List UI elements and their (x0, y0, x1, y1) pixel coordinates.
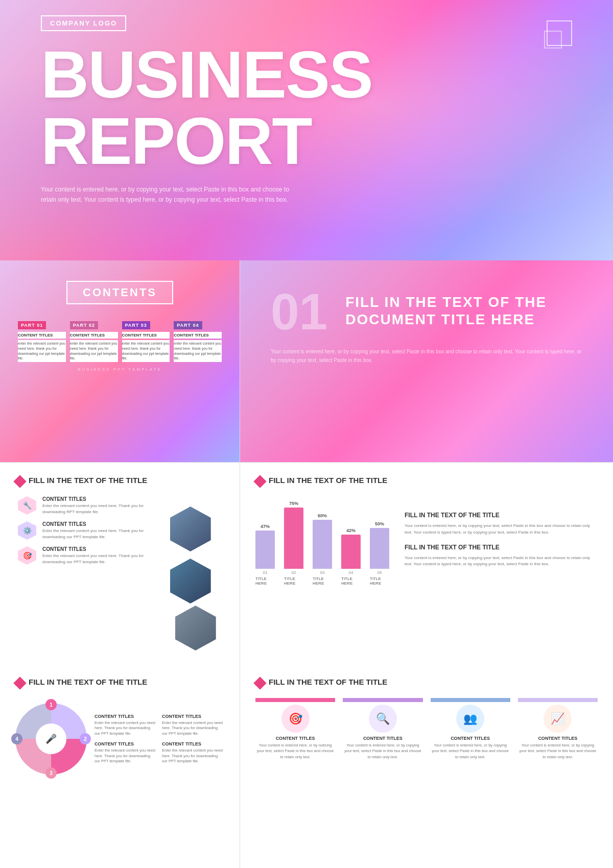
part-desc-3: enter the relevant content you need here… (122, 340, 170, 362)
icon-title-1: CONTENT TITLES (42, 496, 162, 502)
icon-title-3: CONTENT TITLES (42, 546, 162, 552)
right-desc-2: Your content is entered here, or by copy… (405, 555, 598, 568)
company-logo: COMPANY LOGO (41, 15, 126, 31)
hex-icon-1: 🔧 (18, 496, 36, 515)
part-title-4: CONTENT TITLES (174, 332, 222, 339)
icon-item-1: 🔧 CONTENT TITLES Enter the relevant cont… (18, 496, 162, 515)
right-title-2: FILL IN THE TEXT OF THE TITLE (405, 544, 598, 551)
contents-label: CONTENTS (66, 281, 173, 304)
bar-4: 42% 04 TITLE HERE (341, 528, 361, 586)
slide4-info: FILL IN THE TEXT OF THE TITLE 🔧 CONTENT … (0, 463, 240, 664)
bar-visual-1 (255, 531, 275, 569)
icon-item-2: ⚙️ CONTENT TITLES Enter the relevant con… (18, 521, 162, 540)
bar-2: 75% 02 TITLE HERE (284, 501, 303, 586)
hex-city-image (170, 507, 211, 551)
bar-3: 60% 03 TITLE HERE (313, 513, 332, 586)
part-item-1: PART 01 CONTENT TITLES enter the relevan… (18, 320, 66, 362)
slide7-section-title: FILL IN THE TEXT OF THE TITLE (269, 677, 387, 687)
icon-desc-3: Enter the relevant content you need here… (42, 553, 162, 565)
icon-circle-1: 🎯 (281, 705, 310, 733)
icon-card-4: 📈 CONTENT TITLES Your content is entered… (518, 698, 598, 760)
bar-5: 50% 05 TITLE HERE (370, 521, 389, 586)
icon-card-title-2: CONTENT TITLES (363, 736, 403, 741)
icon-card-title-4: CONTENT TITLES (538, 736, 577, 741)
part-title-3: CONTENT TITLES (122, 332, 170, 339)
num-badge-4: 4 (11, 733, 22, 744)
num-badge-2: 2 (80, 733, 91, 744)
icon-title-2: CONTENT TITLES (42, 521, 162, 527)
icon-card-desc-1: Your content is entered here, or by noti… (255, 742, 335, 760)
slide5-chart: FILL IN THE TEXT OF THE TITLE 47% 01 TIT… (240, 463, 613, 664)
slide5-right: FILL IN THE TEXT OF THE TITLE Your conte… (405, 496, 598, 588)
part-item-3: PART 03 CONTENT TITLES enter the relevan… (122, 320, 170, 362)
pink-diamond-icon-7 (253, 677, 266, 689)
slide6-circle: FILL IN THE TEXT OF THE TITLE 1 2 3 4 🎤 … (0, 664, 240, 868)
part-item-4: PART 04 CONTENT TITLES enter the relevan… (174, 320, 222, 362)
hex-icon-3: 🎯 (18, 546, 36, 565)
slide2-footer: BUSINESS PPT TEMPLATE (15, 367, 224, 376)
part-desc-2: enter the relevant content you need here… (70, 340, 118, 362)
s6-item-1: CONTENT TITLES Enter the relevant conten… (95, 714, 157, 737)
s6-item-2: CONTENT TITLES Enter the relevant conten… (162, 714, 224, 737)
icon-circle-4: 📈 (544, 705, 572, 733)
part-desc-1: enter the relevant content you need here… (18, 340, 66, 362)
icon-circle-2: 🔍 (369, 705, 397, 733)
bar-visual-4 (341, 535, 361, 569)
right-desc-1: Your content is entered here, or by copy… (405, 523, 598, 536)
bar-1: 47% 01 TITLE HERE (255, 524, 275, 586)
icon-row: 🔧 CONTENT TITLES Enter the relevant cont… (18, 496, 162, 650)
s6-item-3: CONTENT TITLES Enter the relevant conten… (95, 741, 157, 764)
icon-desc-2: Enter the relevant content you need here… (42, 528, 162, 540)
circle-inner: 🎤 (36, 724, 66, 754)
hex-bridge-image (170, 559, 211, 604)
slide3-desc: Your content is entered here, or by copy… (271, 347, 582, 365)
part-title-1: CONTENT TITLES (18, 332, 66, 339)
icons-grid: 🎯 CONTENT TITLES Your content is entered… (255, 698, 598, 760)
right-title-1: FILL IN THE TEXT OF THE TITLE (405, 512, 598, 519)
icon-item-3: 🎯 CONTENT TITLES Enter the relevant cont… (18, 546, 162, 565)
icon-card-desc-3: Your content is entered here, or by copy… (431, 742, 510, 760)
slide6-section-title: FILL IN THE TEXT OF THE TITLE (29, 677, 147, 687)
icon-card-title-1: CONTENT TITLES (276, 736, 315, 741)
icon-card-desc-4: Your content is entered here, or by copy… (518, 742, 598, 760)
slide6-text-grid: CONTENT TITLES Enter the relevant conten… (95, 714, 224, 764)
slide2-contents: CONTENTS PART 01 CONTENT TITLES enter th… (0, 260, 240, 462)
hex-image-grid (170, 507, 224, 650)
pink-diamond-icon-5 (253, 475, 266, 488)
slide4-section-title: FILL IN THE TEXT OF THE TITLE (29, 475, 147, 486)
bar-visual-3 (313, 520, 332, 569)
hex-skyline-image (175, 606, 216, 650)
subtitle-text: Your content is entered here, or by copy… (41, 184, 296, 205)
part-item-2: PART 02 CONTENT TITLES enter the relevan… (70, 320, 118, 362)
icon-card-1: 🎯 CONTENT TITLES Your content is entered… (255, 698, 335, 760)
pink-diamond-icon (13, 475, 26, 488)
slide1-hero: COMPANY LOGO BUSINESS REPORT Your conten… (0, 0, 613, 260)
slide7-icons: FILL IN THE TEXT OF THE TITLE 🎯 CONTENT … (240, 664, 613, 868)
bar-visual-5 (370, 528, 389, 569)
hex-icon-2: ⚙️ (18, 521, 36, 540)
num-badge-1: 1 (45, 699, 57, 710)
part-badge-1: PART 01 (18, 321, 46, 329)
part-badge-3: PART 03 (122, 321, 150, 329)
slide5-section-title: FILL IN THE TEXT OF THE TITLE (269, 475, 387, 486)
icon-desc-1: Enter the relevant content you need here… (42, 503, 162, 515)
s6-item-4: CONTENT TITLES Enter the relevant conten… (162, 741, 224, 764)
bar-visual-2 (284, 508, 303, 569)
icon-card-3: 👥 CONTENT TITLES Your content is entered… (431, 698, 510, 760)
icon-card-2: 🔍 CONTENT TITLES Your content is entered… (343, 698, 422, 760)
part-title-2: CONTENT TITLES (70, 332, 118, 339)
icon-circle-3: 👥 (456, 705, 484, 733)
parts-row: PART 01 CONTENT TITLES enter the relevan… (15, 320, 224, 362)
num-badge-3: 3 (45, 767, 57, 779)
bar-chart: 47% 01 TITLE HERE 75% 02 TITLE HERE 60% (255, 507, 389, 588)
pink-diamond-icon-6 (13, 677, 26, 689)
icon-card-desc-2: Your content is entered here, or by copy… (343, 742, 422, 760)
circle-outer: 1 2 3 4 🎤 (15, 703, 87, 775)
icon-card-title-3: CONTENT TITLES (451, 736, 490, 741)
slide3-document-title: 01 FILL IN THE TEXT OF THE DOCUMENT TITL… (240, 260, 613, 462)
slide3-title: FILL IN THE TEXT OF THE DOCUMENT TITLE H… (345, 286, 582, 328)
part-desc-4: enter the relevant content you need here… (174, 340, 222, 362)
part-badge-2: PART 02 (70, 321, 98, 329)
main-title: BUSINESS REPORT (41, 41, 572, 174)
part-badge-4: PART 04 (174, 321, 202, 329)
